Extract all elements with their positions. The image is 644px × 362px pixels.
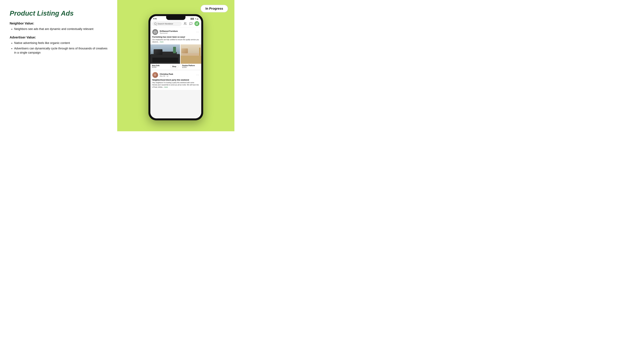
product-1-image[interactable] <box>150 44 180 64</box>
list-item: Native advertising feels like organic co… <box>14 41 108 45</box>
phone-frame: 9:41 ▌▌▌ ∿ ▬ Search Nextdoor <box>148 14 203 120</box>
user-avatar: C <box>152 72 158 78</box>
more-options-icon[interactable]: ··· <box>196 30 199 33</box>
svg-point-0 <box>184 22 185 24</box>
right-panel: In Progress 9:41 ▌▌▌ ∿ ▬ <box>117 0 234 131</box>
search-placeholder: Search Nextdoor <box>158 22 173 25</box>
product-1: Ibiza Sofa $1000 Shop <box>150 44 180 69</box>
svg-point-2 <box>154 33 155 33</box>
advertiser-value-section: Advertiser Value: Native advertising fee… <box>10 35 108 55</box>
neighbor-value-heading: Neighbor Value: <box>10 21 108 25</box>
post-more-icon[interactable]: ··· <box>196 73 199 76</box>
list-item: Advertisers can dynamically cycle throug… <box>14 46 108 55</box>
search-bar-row: Search Nextdoor <box>150 20 201 27</box>
left-panel: Product Listing Ads Neighbor Value: Neig… <box>0 0 117 131</box>
product-2: Pauleta Platform $1600 <box>181 44 201 69</box>
search-box[interactable]: Search Nextdoor <box>152 21 182 26</box>
feed: Driftwood Furniture Sponsored ··· Furnis… <box>150 27 201 118</box>
product-row: Ibiza Sofa $1000 Shop <box>150 44 201 69</box>
post-body: Neighborhood block party this weekend He… <box>150 79 201 90</box>
battery-icon: ▬ <box>197 18 198 20</box>
advertiser-name: Driftwood Furniture <box>160 30 195 32</box>
product-2-image[interactable] <box>181 44 201 64</box>
ad-header: Driftwood Furniture Sponsored ··· <box>150 27 201 36</box>
user-info: Christina Peek Alta Hill · 1d <box>160 73 195 77</box>
user-meta: Alta Hill · 1d <box>160 75 195 77</box>
ad-more-link[interactable]: more <box>160 41 164 43</box>
shop-button[interactable]: Shop <box>170 65 178 68</box>
signal-icon: ▌▌▌ <box>191 18 194 20</box>
status-time: 9:41 <box>153 18 157 20</box>
advertiser-avatar <box>152 29 158 35</box>
ad-headline: Furnishing has never been so easy! <box>152 36 199 38</box>
page-title: Product Listing Ads <box>10 10 108 17</box>
product-1-name: Ibiza Sofa <box>152 65 160 66</box>
svg-point-3 <box>156 33 156 33</box>
people-icon[interactable] <box>183 21 188 26</box>
list-item: Neighbors see ads that are dynamic and c… <box>14 27 108 31</box>
post-text: Hey neighbors! I'm hosting a party this … <box>152 82 199 88</box>
product-1-details: Ibiza Sofa $1000 Shop <box>150 64 180 69</box>
wifi-icon: ∿ <box>195 18 196 20</box>
advertiser-value-heading: Advertiser Value: <box>10 35 108 39</box>
ad-card: Driftwood Furniture Sponsored ··· Furnis… <box>150 27 201 69</box>
product-2-name: Pauleta Platform <box>182 65 195 66</box>
post-more-link[interactable]: more <box>164 86 168 88</box>
phone-notch <box>166 16 186 20</box>
phone-mockup: 9:41 ▌▌▌ ∿ ▬ Search Nextdoor <box>148 14 203 120</box>
product-1-price: $1000 <box>152 66 160 68</box>
product-2-details: Pauleta Platform $1600 <box>181 64 201 69</box>
advertiser-info: Driftwood Furniture Sponsored <box>160 30 195 34</box>
user-name: Christina Peek <box>160 73 195 75</box>
advertiser-value-list: Native advertising feels like organic co… <box>10 41 108 55</box>
phone-screen: 9:41 ▌▌▌ ∿ ▬ Search Nextdoor <box>150 16 201 118</box>
post-header: C Christina Peek Alta Hill · 1d ··· <box>150 70 201 79</box>
search-icon <box>154 22 156 25</box>
post-card: C Christina Peek Alta Hill · 1d ··· Neig… <box>150 70 201 90</box>
compose-icon[interactable] <box>194 21 199 26</box>
in-progress-badge: In Progress <box>200 5 228 12</box>
ad-description: Our employees are fully certified to ens… <box>152 39 199 43</box>
neighbor-value-section: Neighbor Value: Neighbors see ads that a… <box>10 21 108 31</box>
status-icons: ▌▌▌ ∿ ▬ <box>191 18 198 20</box>
chat-icon[interactable] <box>189 21 193 26</box>
product-2-price: $1600 <box>182 66 195 68</box>
post-headline: Neighborhood block party this weekend <box>152 79 199 81</box>
ad-body: Furnishing has never been so easy! Our e… <box>150 36 201 44</box>
sponsored-label: Sponsored <box>160 32 195 34</box>
neighbor-value-list: Neighbors see ads that are dynamic and c… <box>10 27 108 31</box>
